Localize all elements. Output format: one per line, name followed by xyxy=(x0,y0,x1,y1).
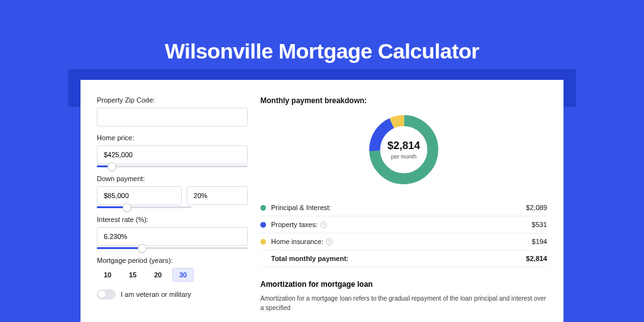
legend-value-ins: $194 xyxy=(532,238,547,245)
dot-ins xyxy=(260,239,266,245)
down-slider-thumb[interactable] xyxy=(123,203,131,212)
info-icon[interactable]: ? xyxy=(320,221,327,228)
amortization-title: Amortization for mortgage loan xyxy=(260,280,547,289)
period-10-button[interactable]: 10 xyxy=(97,268,118,282)
legend: Principal & Interest: $2,089 Property ta… xyxy=(260,199,547,267)
price-input[interactable] xyxy=(97,145,248,164)
donut-center: $2,814 per month xyxy=(365,111,442,188)
period-label: Mortgage period (years): xyxy=(97,257,248,264)
legend-label-pi: Principal & Interest: xyxy=(271,204,526,211)
down-amount-input[interactable] xyxy=(97,186,182,205)
form-column: Property Zip Code: Home price: Down paym… xyxy=(97,96,248,322)
legend-row-tax: Property taxes: ? $531 xyxy=(260,216,547,233)
legend-row-total: Total monthly payment: $2,814 xyxy=(260,250,547,267)
donut-sub: per month xyxy=(391,153,417,160)
rate-slider[interactable] xyxy=(97,247,248,249)
legend-label-ins: Home insurance: ? xyxy=(271,238,532,245)
amortization-text: Amortization for a mortgage loan refers … xyxy=(260,294,547,313)
down-percent-input[interactable] xyxy=(187,186,248,205)
price-slider-thumb[interactable] xyxy=(108,162,116,171)
legend-label-total: Total monthly payment: xyxy=(271,255,526,262)
period-20-button[interactable]: 20 xyxy=(147,268,169,282)
period-30-button[interactable]: 30 xyxy=(172,268,194,282)
breakdown-title: Monthly payment breakdown: xyxy=(260,96,547,105)
down-slider[interactable] xyxy=(97,206,192,208)
veteran-row: I am veteran or military xyxy=(97,289,248,299)
rate-slider-thumb[interactable] xyxy=(138,244,147,253)
legend-value-pi: $2,089 xyxy=(526,204,547,211)
price-slider[interactable] xyxy=(97,165,248,167)
period-field: Mortgage period (years): 10 15 20 30 xyxy=(97,257,248,282)
down-field: Down payment: xyxy=(97,175,248,208)
veteran-toggle[interactable] xyxy=(97,289,116,299)
veteran-label: I am veteran or military xyxy=(121,291,191,298)
zip-input[interactable] xyxy=(97,108,248,126)
price-field: Home price: xyxy=(97,134,248,167)
zip-field: Property Zip Code: xyxy=(97,96,248,126)
legend-row-ins: Home insurance: ? $194 xyxy=(260,233,547,250)
down-label: Down payment: xyxy=(97,175,248,182)
calculator-card: Property Zip Code: Home price: Down paym… xyxy=(80,80,564,322)
price-label: Home price: xyxy=(97,134,248,142)
info-icon[interactable]: ? xyxy=(326,238,333,245)
legend-row-pi: Principal & Interest: $2,089 xyxy=(260,199,547,216)
donut-amount: $2,814 xyxy=(387,140,420,152)
rate-field: Interest rate (%): xyxy=(97,216,248,249)
donut-chart: $2,814 per month xyxy=(365,111,442,188)
dot-pi xyxy=(260,205,266,211)
legend-value-total: $2,814 xyxy=(526,255,547,262)
zip-label: Property Zip Code: xyxy=(97,96,248,104)
page-title: Wilsonville Mortgage Calculator xyxy=(0,0,644,64)
legend-value-tax: $531 xyxy=(532,221,547,228)
legend-label-tax: Property taxes: ? xyxy=(271,221,532,228)
rate-label: Interest rate (%): xyxy=(97,216,248,223)
dot-tax xyxy=(260,222,266,228)
legend-text-ins: Home insurance: xyxy=(271,238,323,245)
donut-wrap: $2,814 per month xyxy=(260,111,547,188)
breakdown-column: Monthly payment breakdown: $2,814 per mo… xyxy=(260,96,547,322)
rate-input[interactable] xyxy=(97,227,248,246)
legend-text-tax: Property taxes: xyxy=(271,221,318,228)
period-15-button[interactable]: 15 xyxy=(122,268,143,282)
